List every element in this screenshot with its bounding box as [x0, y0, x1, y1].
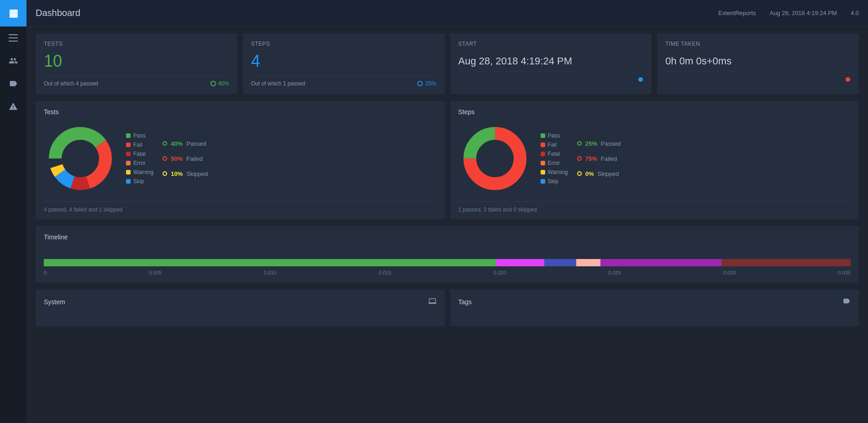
sidebar-logo[interactable]: ▦	[0, 0, 26, 26]
legend-error: Error	[126, 160, 153, 166]
legend-error-label: Error	[133, 160, 146, 166]
tests-big-number: 10	[44, 52, 229, 71]
steps-legend-error-dot	[541, 161, 545, 165]
steps-donut	[458, 122, 531, 195]
steps-stats: 25% Passed 75% Failed 0% Skipped	[577, 140, 621, 177]
tests-summary-card: Tests 10 Out of which 4 passed 40%	[36, 33, 237, 94]
timeline-card: Timeline 0 0.005 0.010 0.015 0.020 0.025…	[36, 226, 859, 283]
legend-warning: Warning	[126, 169, 153, 175]
legend-skip-dot	[126, 179, 131, 184]
sidebar-item-warnings[interactable]	[0, 95, 26, 118]
axis-label-4: 0.020	[494, 270, 506, 275]
timeline-bar-4	[600, 259, 721, 266]
timeline-bar-2	[544, 259, 577, 266]
timeline-bar-container	[44, 259, 851, 266]
steps-stat-passed-dot	[577, 141, 582, 146]
charts-row: Tests	[36, 101, 859, 219]
steps-chart-title: Steps	[458, 108, 851, 116]
svg-point-3	[211, 81, 216, 86]
steps-footer-left: Out of which 1 passed	[251, 80, 305, 87]
tests-chart-title: Tests	[44, 108, 437, 116]
steps-legend-skip-label: Skip	[548, 178, 558, 185]
steps-passed-label: Passed	[601, 140, 621, 147]
tests-passed-label: Passed	[186, 140, 206, 147]
sidebar-item-tags[interactable]	[0, 72, 26, 95]
legend-fatal: Fatal	[126, 151, 153, 157]
time-big-number: 0h 0m 0s+0ms	[665, 52, 851, 67]
tags-card-header: Tags	[458, 297, 851, 307]
timeline-bar-3	[576, 259, 600, 266]
steps-failed-label: Failed	[601, 155, 617, 162]
legend-fail: Fail	[126, 142, 153, 148]
steps-stat-skipped-dot	[577, 171, 582, 176]
tests-footer-left: Out of which 4 passed	[44, 80, 98, 87]
svg-point-6	[846, 77, 850, 82]
steps-stat-failed: 75% Failed	[577, 155, 621, 162]
axis-label-2: 0.010	[264, 270, 277, 275]
tests-card-footer: Out of which 4 passed 40%	[44, 75, 229, 87]
start-card-footer	[458, 72, 644, 82]
steps-legend-fatal: Fatal	[541, 151, 568, 157]
legend-fail-label: Fail	[133, 142, 142, 148]
header: Dashboard ExtentReports Aug 28, 2018 4:1…	[26, 0, 868, 26]
time-summary-card: Time Taken 0h 0m 0s+0ms	[657, 33, 859, 94]
tests-donut-svg	[44, 122, 117, 195]
steps-card-title: Steps	[251, 41, 437, 47]
tests-legend: Pass Fail Fatal Error	[126, 132, 153, 185]
steps-donut-svg	[458, 122, 531, 195]
stat-failed-dot	[163, 156, 167, 161]
version-label: 4.0	[851, 10, 859, 16]
tests-pct-icon	[210, 81, 216, 86]
tests-chart-footer: 4 passed, 4 failed and 1 skipped	[44, 201, 437, 213]
main-content: Dashboard ExtentReports Aug 28, 2018 4:1…	[26, 0, 868, 423]
system-card: System	[36, 290, 445, 326]
legend-warning-label: Warning	[133, 169, 153, 175]
steps-failed-pct: 75%	[585, 155, 597, 162]
tests-chart-body: Pass Fail Fatal Error	[44, 122, 437, 195]
tags-card-title: Tags	[458, 298, 472, 306]
start-card-title: Start	[458, 41, 644, 47]
tests-passed-pct: 40%	[171, 140, 183, 147]
tests-footer-pct: 40%	[218, 80, 229, 87]
steps-legend: Pass Fail Fatal Error	[541, 132, 568, 185]
start-big-number: Aug 28, 2018 4:19:24 PM	[458, 52, 644, 67]
legend-error-dot	[126, 161, 131, 165]
tests-stat-passed: 40% Passed	[163, 140, 208, 147]
system-card-header: System	[44, 297, 437, 307]
legend-fatal-dot	[126, 152, 131, 156]
legend-fatal-label: Fatal	[133, 151, 146, 157]
axis-label-1: 0.005	[149, 270, 162, 275]
steps-chart-card: Steps Pass	[450, 101, 859, 219]
steps-legend-fatal-dot	[541, 152, 545, 156]
system-card-title: System	[44, 298, 65, 306]
svg-point-4	[418, 81, 422, 86]
steps-chart-body: Pass Fail Fatal Error	[458, 122, 851, 195]
steps-legend-error: Error	[541, 160, 568, 166]
steps-legend-pass-label: Pass	[548, 132, 560, 139]
sidebar: ▦	[0, 0, 26, 423]
sidebar-item-tests[interactable]	[0, 49, 26, 72]
datetime-label: Aug 28, 2018 4:19:24 PM	[769, 10, 836, 16]
steps-legend-error-label: Error	[548, 160, 560, 166]
timeline-title: Timeline	[44, 233, 851, 241]
tags-icon	[842, 297, 851, 307]
sidebar-item-menu[interactable]	[0, 26, 26, 49]
steps-footer-pct: 25%	[425, 80, 436, 87]
legend-pass: Pass	[126, 132, 153, 139]
axis-label-0: 0	[44, 270, 47, 275]
bottom-row: System Tags	[36, 290, 859, 326]
summary-cards-row: Tests 10 Out of which 4 passed 40% Steps…	[36, 33, 859, 94]
logo-icon: ▦	[9, 7, 18, 19]
svg-rect-0	[9, 34, 18, 35]
svg-point-5	[638, 77, 643, 82]
timeline-bar-5	[721, 259, 851, 266]
steps-passed-pct: 25%	[585, 140, 597, 147]
legend-skip: Skip	[126, 178, 153, 185]
time-card-title: Time Taken	[665, 41, 851, 47]
tests-stat-failed: 50% Failed	[163, 155, 208, 162]
tests-stats: 40% Passed 50% Failed 10% Skipped	[163, 140, 208, 177]
time-dot-icon	[845, 77, 851, 82]
legend-skip-label: Skip	[133, 178, 144, 185]
tests-stat-skipped: 10% Skipped	[163, 170, 208, 177]
axis-label-6: 0.030	[723, 270, 736, 275]
